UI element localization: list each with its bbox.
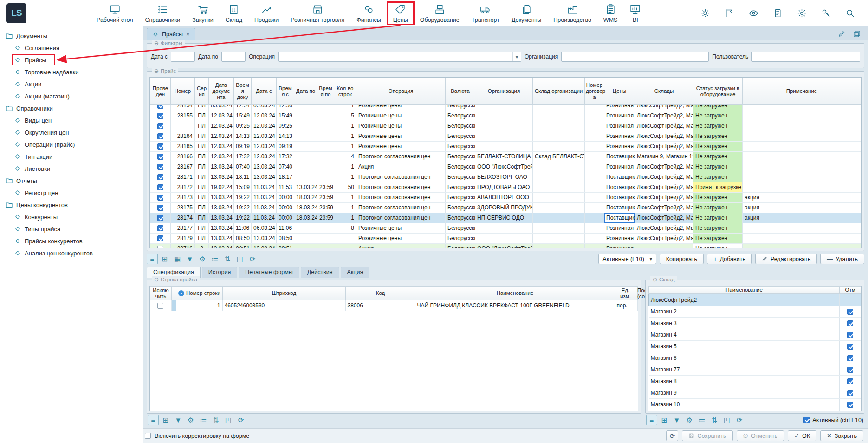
add-button[interactable]: +Добавить [707, 254, 752, 264]
price-column-header[interactable]: Номер договор а [585, 78, 604, 105]
sidebar-item-акции[interactable]: Акции [0, 78, 143, 90]
store-checkbox[interactable] [847, 344, 853, 350]
row-checkbox[interactable] [157, 215, 163, 221]
price-column-header[interactable]: Организация [475, 78, 533, 105]
tab-действия[interactable]: Действия [301, 267, 339, 278]
toolbar-item-bi[interactable]: BI [623, 2, 647, 25]
row-checkbox[interactable] [157, 105, 163, 109]
price-row[interactable]: 28164ПЛ12.03.2414:1312.03.2414:131Рознич… [150, 131, 861, 142]
tab-close-icon[interactable]: × [186, 31, 190, 38]
collapse-icon[interactable]: ⊖ [154, 40, 159, 47]
toolbar-item-wms[interactable]: WMS [597, 2, 624, 25]
price-column-header[interactable]: Валюта [446, 78, 475, 105]
price-row[interactable]: 28167ПЛ13.03.2407:4013.03.2407:401АкцияБ… [150, 162, 861, 172]
store-checkbox[interactable] [847, 320, 853, 326]
store-checkbox[interactable] [847, 367, 853, 373]
maximize-icon[interactable] [853, 30, 861, 38]
sklad-row[interactable]: Магазин 9 [649, 387, 861, 398]
refresh-button[interactable]: ⟳ [666, 430, 678, 441]
spec-column-header[interactable]: ▲Номер строки [176, 287, 223, 300]
operation-select[interactable]: ▼ [278, 52, 521, 62]
price-column-header[interactable]: Дата по [294, 78, 317, 105]
edit-button[interactable]: Редактировать [755, 254, 817, 264]
spec-column-header[interactable]: Поставщика (согласованная) [636, 287, 638, 300]
sidebar-item-справочники[interactable]: Справочники [0, 102, 143, 114]
active-checkbox[interactable] [803, 417, 810, 423]
sort-icon[interactable]: ⇅ [709, 415, 720, 425]
price-column-header[interactable]: Кол-во строк [334, 78, 356, 105]
sidebar-item-документы[interactable]: Документы [0, 30, 143, 42]
price-row[interactable]: 28179ПЛ13.03.2408:5013.03.2408:50Розничн… [150, 234, 861, 244]
script-icon[interactable] [773, 8, 783, 18]
sidebar-item-тип-акции[interactable]: Тип акции [0, 150, 143, 163]
list-view-icon[interactable]: ≡ [646, 415, 657, 425]
brightness-icon[interactable] [700, 8, 710, 18]
date-from-input[interactable] [171, 52, 195, 62]
sklad-row[interactable]: Магазин 4 [649, 329, 861, 340]
tab-печатные формы[interactable]: Печатные формы [239, 267, 299, 278]
price-column-header[interactable]: Дата с [252, 78, 277, 105]
price-column-header[interactable]: Прове ден [150, 78, 171, 105]
delete-button[interactable]: —Удалить [820, 254, 864, 264]
flag-icon[interactable] [725, 8, 734, 18]
list-view-icon[interactable]: ≡ [148, 415, 159, 425]
sort-icon[interactable]: ⇅ [222, 254, 233, 264]
price-column-header[interactable]: Статус загрузки в оборудование [693, 78, 743, 105]
eye-icon[interactable] [749, 8, 758, 18]
sidebar-item-конкуренты[interactable]: Конкуренты [0, 211, 143, 223]
row-checkbox[interactable] [157, 195, 163, 201]
user-input[interactable] [751, 52, 860, 62]
sidebar-item-цены-конкурентов[interactable]: Цены конкурентов [0, 199, 143, 211]
price-row[interactable]: ПЛ12.03.2409:2512.03.2409:251Розничные ц… [150, 121, 861, 131]
sklad-row[interactable]: Магазин 6 [649, 352, 861, 364]
search-icon[interactable] [845, 8, 855, 18]
price-column-header[interactable]: Сер ия [195, 78, 209, 105]
gear-icon[interactable]: ⚙ [197, 254, 208, 264]
sidebar-item-анализ-цен-конкурентов[interactable]: Анализ цен конкурентов [0, 247, 143, 259]
price-row[interactable]: 28175ПЛ13.03.2419:2211.03.2400:0018.03.2… [150, 203, 861, 213]
sidebar-item-операции-прайс-[interactable]: Операции (прайс) [0, 138, 143, 150]
edit-pencil-icon[interactable] [838, 30, 846, 38]
price-row[interactable]: 28177ПЛ13.03.2411:0606.03.2411:068Рознич… [150, 223, 861, 234]
store-checkbox[interactable] [847, 390, 853, 396]
collapse-icon[interactable]: ⊖ [154, 276, 159, 283]
toolbar-item-sales[interactable]: Продажи [248, 2, 285, 25]
filter-icon[interactable]: ▼ [184, 254, 195, 264]
row-checkbox[interactable] [157, 184, 163, 190]
sidebar-item-соглашения[interactable]: Соглашения [0, 42, 143, 54]
collapse-icon[interactable]: ⊖ [154, 68, 159, 75]
list-view-icon[interactable]: ≡ [147, 254, 158, 264]
gear-icon[interactable] [797, 8, 807, 18]
spec-column-header[interactable]: Наименование [415, 287, 615, 300]
sidebar-item-округления-цен[interactable]: Округления цен [0, 126, 143, 138]
sidebar-item-регистр-цен[interactable]: Регистр цен [0, 187, 143, 199]
sidebar-item-отчеты[interactable]: Отчеты [0, 175, 143, 187]
price-column-header[interactable]: Врем я с [277, 78, 294, 105]
sort-asc-icon[interactable]: ▲ [178, 290, 184, 296]
toolbar-item-price-tag[interactable]: Цены [387, 2, 414, 25]
toolbar-item-transport[interactable]: Транспорт [466, 2, 505, 25]
row-checkbox[interactable] [157, 164, 163, 170]
sklad-row[interactable]: Магазин 5 [649, 340, 861, 352]
store-checkbox[interactable] [847, 402, 853, 408]
key-icon[interactable] [821, 8, 831, 18]
sklad-col-mark[interactable]: Отм [840, 287, 861, 294]
sklad-row[interactable]: Магазин 77 [649, 364, 861, 375]
filter-icon[interactable]: ▼ [173, 415, 184, 425]
toolbar-item-desktop[interactable]: Рабочий стол [91, 2, 139, 25]
ok-button[interactable]: ✓ОК [788, 430, 816, 441]
toolbar-item-documents[interactable]: Документы [505, 2, 547, 25]
toolbar-item-retail[interactable]: Розничная торговля [285, 2, 350, 25]
price-row[interactable]: 28174ПЛ13.03.2419:2211.03.2400:0018.03.2… [150, 213, 861, 223]
sklad-col-name[interactable]: Наименование [649, 287, 840, 294]
gear-icon[interactable]: ⚙ [684, 415, 695, 425]
gear-icon[interactable]: ⚙ [185, 415, 196, 425]
tab-история[interactable]: История [202, 267, 237, 278]
cancel-button[interactable]: ∅Отменить [737, 430, 784, 441]
price-row[interactable]: 20716213.03.2408:5113.03.2408:51АкцияБел… [150, 244, 861, 248]
refresh-icon[interactable]: ⟳ [247, 254, 258, 264]
sidebar-item-акции-магазин-[interactable]: Акции (магазин) [0, 90, 143, 102]
store-checkbox[interactable] [847, 332, 853, 338]
refresh-icon[interactable]: ⟳ [734, 415, 745, 425]
sklad-row[interactable]: Магазин 8 [649, 375, 861, 387]
